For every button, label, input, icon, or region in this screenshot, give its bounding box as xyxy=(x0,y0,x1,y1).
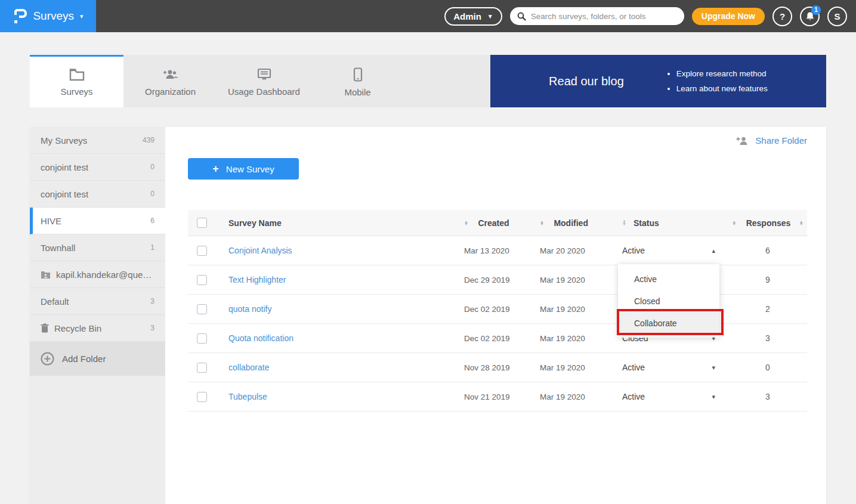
responses-cell: 6 xyxy=(728,245,807,256)
folder-icon xyxy=(69,68,85,81)
banner-bullet-list: Explore research method Learn about new … xyxy=(666,66,768,96)
survey-link[interactable]: Quota notification xyxy=(228,333,293,343)
modified-cell: Mar 19 2020 xyxy=(540,391,622,402)
table-row: collaborate Nov 28 2019 Mar 19 2020 Acti… xyxy=(188,353,807,382)
sidebar-item-default[interactable]: Default 3 xyxy=(30,288,165,315)
survey-link[interactable]: collaborate xyxy=(228,363,270,372)
module-tab-bar: Surveys Organization Usage Dashboard Mob… xyxy=(30,55,826,107)
search-input[interactable] xyxy=(531,12,677,21)
modified-cell: Mar 19 2020 xyxy=(540,333,622,344)
header-modified[interactable]: Modified xyxy=(540,218,622,228)
sort-icon[interactable] xyxy=(732,221,736,225)
row-checkbox[interactable] xyxy=(197,363,207,373)
responses-cell: 3 xyxy=(728,333,807,344)
blog-banner[interactable]: Read our blog Explore research method Le… xyxy=(490,55,826,107)
header-responses[interactable]: Responses xyxy=(728,218,807,228)
global-search xyxy=(510,7,684,25)
sort-icon[interactable] xyxy=(464,221,468,225)
banner-bullet: Explore research method xyxy=(676,66,768,81)
folder-label: Recycle Bin xyxy=(54,323,101,333)
dropdown-option-active[interactable]: Active xyxy=(618,268,719,290)
add-people-icon xyxy=(162,68,179,81)
row-checkbox[interactable] xyxy=(197,333,207,344)
chevron-down-icon[interactable]: ▾ xyxy=(712,364,728,372)
row-checkbox-cell xyxy=(188,363,228,373)
help-button[interactable]: ? xyxy=(772,7,792,26)
header-survey-name[interactable]: Survey Name xyxy=(228,218,464,228)
modified-cell: Mar 20 2020 xyxy=(540,245,622,256)
status-value[interactable]: Active xyxy=(622,392,645,401)
product-name: Surveys xyxy=(33,10,74,23)
add-folder-button[interactable]: Add Folder xyxy=(30,342,165,376)
add-folder-label: Add Folder xyxy=(62,354,106,364)
row-checkbox[interactable] xyxy=(197,275,207,285)
share-folder-label: Share Folder xyxy=(755,135,807,146)
tab-usage-dashboard[interactable]: Usage Dashboard xyxy=(217,55,311,107)
survey-link[interactable]: quota notify xyxy=(228,304,271,314)
header-status[interactable]: Status xyxy=(622,218,728,228)
status-value[interactable]: Active xyxy=(622,363,645,372)
sidebar-item-hive[interactable]: HIVE 6 xyxy=(30,208,165,234)
sidebar-item-shared-account[interactable]: kapil.khandekar@que… xyxy=(30,261,165,288)
row-checkbox[interactable] xyxy=(197,246,207,256)
folder-label: conjoint test xyxy=(41,189,88,199)
chevron-up-icon[interactable]: ▴ xyxy=(712,247,728,255)
new-survey-button[interactable]: New Survey xyxy=(188,158,299,180)
sort-icon[interactable] xyxy=(540,221,544,225)
top-navigation-bar: Surveys ▾ Admin ▼ Upgrade Now ? 1 S xyxy=(0,0,856,32)
folder-sidebar: My Surveys 439 conjoint test 0 conjoint … xyxy=(30,127,165,504)
survey-name-cell: Conjoint Analysis xyxy=(228,245,464,256)
responses-cell: 3 xyxy=(728,391,807,402)
header-created[interactable]: Created xyxy=(464,218,540,228)
tab-label: Mobile xyxy=(344,87,370,97)
folder-count: 0 xyxy=(150,163,154,171)
dropdown-option-collaborate[interactable]: Collaborate xyxy=(618,312,719,334)
plus-circle-icon xyxy=(41,352,54,366)
notifications-button[interactable]: 1 xyxy=(800,7,820,26)
share-folder-button[interactable]: Share Folder xyxy=(736,135,807,146)
sidebar-item-townhall[interactable]: Townhall 1 xyxy=(30,234,165,261)
responses-cell: 2 xyxy=(728,304,807,314)
row-checkbox[interactable] xyxy=(197,392,207,402)
created-cell: Nov 28 2019 xyxy=(464,362,540,373)
new-survey-label: New Survey xyxy=(226,164,274,174)
folder-label: kapil.khandekar@que… xyxy=(56,270,152,280)
topbar-actions: Admin ▼ Upgrade Now ? 1 S xyxy=(444,7,856,26)
tab-surveys[interactable]: Surveys xyxy=(30,55,123,107)
sort-icon[interactable] xyxy=(799,221,804,225)
upgrade-now-button[interactable]: Upgrade Now xyxy=(692,8,765,25)
sidebar-item-conjoint-test-1[interactable]: conjoint test 0 xyxy=(30,154,165,181)
avatar-initial: S xyxy=(834,11,840,21)
row-checkbox-cell xyxy=(188,304,228,314)
sidebar-item-recycle-bin[interactable]: Recycle Bin 3 xyxy=(30,315,165,342)
select-all-checkbox[interactable] xyxy=(197,218,207,228)
plus-icon xyxy=(212,163,219,175)
user-avatar[interactable]: S xyxy=(827,7,847,26)
table-header-row: Survey Name Created Modified Status Resp… xyxy=(188,210,807,236)
product-switcher[interactable]: Surveys ▾ xyxy=(0,0,96,32)
survey-list-panel: Share Folder New Survey Survey Name Crea… xyxy=(165,127,826,504)
created-cell: Dec 02 2019 xyxy=(464,333,540,344)
add-person-icon xyxy=(736,136,749,146)
dropdown-option-closed[interactable]: Closed xyxy=(618,290,719,312)
folder-count: 3 xyxy=(150,297,154,305)
survey-link[interactable]: Text Highlighter xyxy=(228,275,286,285)
shared-folder-user-icon xyxy=(41,270,51,279)
chevron-down-icon[interactable]: ▾ xyxy=(712,393,728,401)
sidebar-item-conjoint-test-2[interactable]: conjoint test 0 xyxy=(30,181,165,208)
chevron-down-icon: ▾ xyxy=(80,13,84,20)
survey-link[interactable]: Conjoint Analysis xyxy=(228,246,292,255)
question-mark-icon: ? xyxy=(780,11,785,21)
status-cell: Active ▴ xyxy=(622,246,728,255)
survey-link[interactable]: Tubepulse xyxy=(228,392,267,401)
row-checkbox[interactable] xyxy=(197,304,207,314)
tab-organization[interactable]: Organization xyxy=(123,55,217,107)
responses-cell: 0 xyxy=(728,362,807,373)
admin-label: Admin xyxy=(453,11,481,21)
notification-count-badge: 1 xyxy=(811,5,821,15)
sidebar-item-my-surveys[interactable]: My Surveys 439 xyxy=(30,127,165,154)
admin-menu-button[interactable]: Admin ▼ xyxy=(444,7,502,26)
status-value[interactable]: Active xyxy=(622,246,645,255)
sort-icon[interactable] xyxy=(622,220,626,225)
tab-mobile[interactable]: Mobile xyxy=(311,55,404,107)
